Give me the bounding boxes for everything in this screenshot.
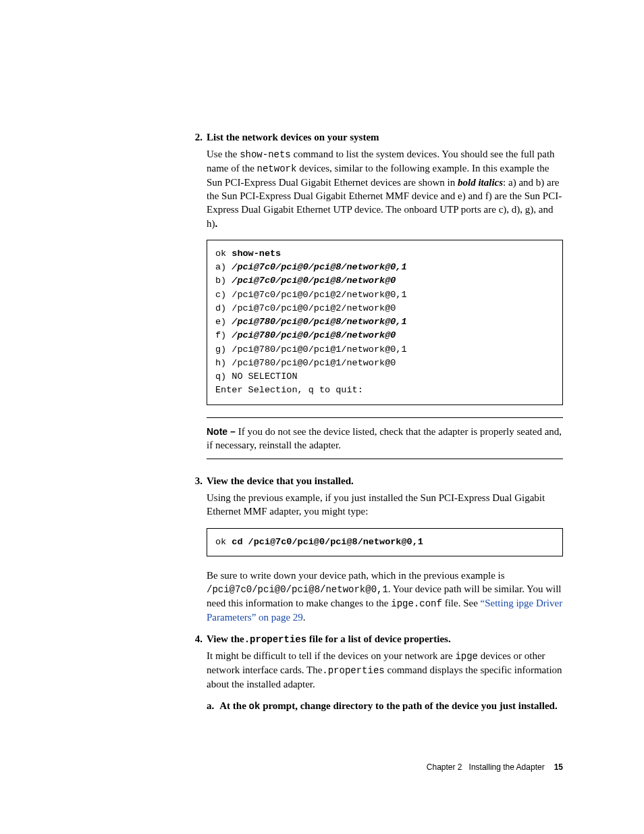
- text-bold: .: [215, 218, 218, 229]
- step-3-header: 3. View the device that you installed.: [189, 475, 563, 487]
- bold-italic: bold italics: [458, 177, 503, 188]
- step-4-header: 4. View the.properties file for a list o…: [189, 633, 563, 645]
- text: It might be difficult to tell if the dev…: [207, 650, 455, 661]
- note-block: Note – If you do not see the device list…: [207, 417, 563, 460]
- code-line: e) /pci@780/pci@0/pci@8/network@0,1: [215, 317, 407, 327]
- step-number: 4.: [189, 633, 203, 645]
- substep-key: a.: [207, 700, 214, 712]
- code-line: f) /pci@780/pci@0/pci@8/network@0: [215, 330, 396, 340]
- text: Be sure to write down your device path, …: [207, 570, 505, 581]
- step-title: View the device that you installed.: [207, 475, 354, 487]
- code-block-cd: ok cd /pci@7c0/pci@0/pci@8/network@0,1: [207, 528, 563, 556]
- inline-code: /pci@7c0/pci@0/pci@8/network@0,1: [207, 584, 388, 595]
- footer-title: Installing the Adapter: [469, 762, 545, 772]
- code-line: g) /pci@780/pci@0/pci@1/network@0,1: [215, 344, 407, 355]
- step-2-header: 2. List the network devices on your syst…: [189, 132, 563, 143]
- page-number: 15: [554, 762, 563, 772]
- document-page: 2. List the network devices on your syst…: [0, 0, 644, 834]
- code-line: b) /pci@7c0/pci@0/pci@8/network@0: [215, 276, 396, 286]
- code-line: Enter Selection, q to quit:: [215, 385, 363, 395]
- substep-a: a. At the ok prompt, change directory to…: [207, 700, 563, 712]
- page-footer: Chapter 2 Installing the Adapter15: [427, 762, 563, 772]
- note-text: If you do not see the device listed, che…: [207, 426, 562, 450]
- text: .: [303, 612, 306, 623]
- inline-code: .properties: [322, 665, 384, 676]
- step-3-body: Using the previous example, if you just …: [207, 491, 563, 519]
- code-block-show-nets: ok show-nets a) /pci@7c0/pci@0/pci@8/net…: [207, 240, 563, 405]
- code-line: q) NO SELECTION: [215, 371, 298, 382]
- code-line: ok show-nets: [215, 249, 281, 259]
- step-2-body: Use the show-nets command to list the sy…: [207, 147, 563, 230]
- substep-text: At the ok prompt, change directory to th…: [219, 700, 557, 712]
- note-lead: Note –: [207, 426, 238, 437]
- step-title: View the.properties file for a list of d…: [207, 633, 451, 645]
- code-line: a) /pci@7c0/pci@0/pci@8/network@0,1: [215, 262, 407, 272]
- step-4-body: It might be difficult to tell if the dev…: [207, 649, 563, 691]
- code-line: d) /pci@7c0/pci@0/pci@2/network@0: [215, 303, 396, 313]
- inline-code: show-nets: [240, 149, 291, 160]
- inline-code: ipge.conf: [391, 598, 442, 609]
- footer-chapter: Chapter 2: [427, 762, 462, 772]
- step-title: List the network devices on your system: [207, 132, 379, 143]
- text: file. See: [442, 598, 481, 608]
- code-line: h) /pci@780/pci@0/pci@1/network@0: [215, 358, 396, 368]
- inline-code: network: [257, 163, 297, 174]
- code-line: c) /pci@7c0/pci@0/pci@2/network@0,1: [215, 290, 407, 300]
- step-number: 3.: [189, 475, 203, 487]
- text: Use the: [207, 149, 240, 159]
- inline-code: ipge: [455, 651, 478, 662]
- step-3-body-cont: Be sure to write down your device path, …: [207, 569, 563, 624]
- step-number: 2.: [189, 132, 203, 143]
